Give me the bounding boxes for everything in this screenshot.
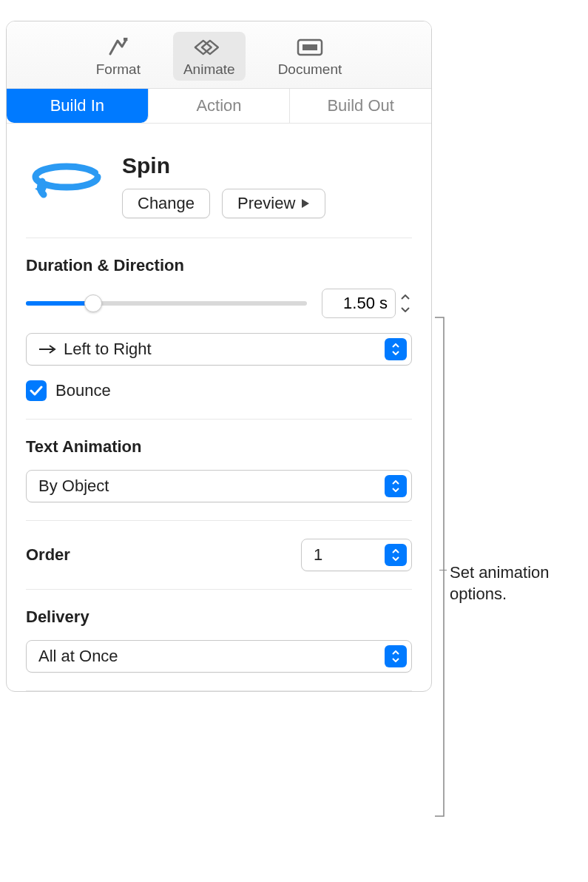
document-toolbar-item[interactable]: Document	[268, 32, 353, 81]
delivery-label: Delivery	[26, 607, 412, 627]
delivery-section: Delivery All at Once	[26, 590, 412, 691]
document-label: Document	[278, 61, 342, 78]
animate-icon	[194, 36, 225, 58]
stepper-up-icon[interactable]	[399, 292, 412, 303]
text-animation-value: By Object	[27, 477, 380, 496]
checkmark-icon	[30, 386, 43, 396]
toolbar: Format Animate Document	[7, 21, 431, 89]
direction-dropdown[interactable]: Left to Right	[26, 333, 412, 366]
inspector-panel: Format Animate Document Build In Action	[6, 21, 432, 692]
preview-label: Preview	[237, 194, 295, 213]
duration-direction-label: Duration & Direction	[26, 256, 412, 275]
duration-stepper	[322, 289, 412, 318]
callout-connector	[439, 570, 447, 570]
text-animation-label: Text Animation	[26, 437, 412, 457]
arrow-right-icon	[38, 344, 56, 354]
dropdown-arrows-icon	[385, 645, 407, 667]
tab-build-in[interactable]: Build In	[7, 89, 149, 123]
order-value: 1	[302, 545, 380, 565]
duration-row	[26, 289, 412, 318]
callout-bracket	[433, 317, 447, 817]
text-animation-section: Text Animation By Object	[26, 420, 412, 521]
stepper-down-icon[interactable]	[399, 303, 412, 315]
direction-value: Left to Right	[64, 340, 152, 359]
effect-info: Spin Change Preview	[122, 153, 412, 218]
spin-icon	[26, 153, 107, 212]
bounce-label: Bounce	[55, 381, 111, 400]
inspector-content: Spin Change Preview Duration & Direction	[7, 124, 431, 691]
order-dropdown[interactable]: 1	[301, 539, 412, 571]
animation-tabs: Build In Action Build Out	[7, 89, 431, 124]
slider-thumb[interactable]	[84, 294, 102, 312]
order-label: Order	[26, 545, 70, 565]
dropdown-arrows-icon	[385, 544, 407, 566]
play-icon	[301, 198, 310, 209]
change-button[interactable]: Change	[122, 189, 210, 218]
order-row: Order 1	[26, 539, 412, 571]
bounce-row: Bounce	[26, 380, 412, 401]
delivery-value: All at Once	[27, 647, 380, 666]
svg-rect-1	[303, 44, 317, 50]
duration-direction-section: Duration & Direction	[26, 238, 412, 420]
format-label: Format	[96, 61, 141, 78]
document-icon	[294, 36, 325, 58]
stepper-arrows	[399, 292, 412, 315]
change-label: Change	[138, 194, 195, 213]
format-icon	[103, 36, 134, 58]
preview-button[interactable]: Preview	[222, 189, 325, 218]
effect-header: Spin Change Preview	[26, 124, 412, 238]
callout-text: Set animation options.	[450, 562, 588, 605]
effect-buttons: Change Preview	[122, 189, 412, 218]
slider-fill	[26, 301, 93, 306]
text-animation-dropdown[interactable]: By Object	[26, 470, 412, 502]
dropdown-arrows-icon	[385, 338, 407, 360]
duration-slider[interactable]	[26, 294, 307, 312]
tab-build-out[interactable]: Build Out	[290, 89, 431, 123]
tab-action[interactable]: Action	[149, 89, 291, 123]
order-section: Order 1	[26, 521, 412, 590]
duration-input[interactable]	[322, 289, 396, 318]
dropdown-arrows-icon	[385, 475, 407, 497]
format-toolbar-item[interactable]: Format	[86, 32, 151, 81]
animate-toolbar-item[interactable]: Animate	[173, 32, 246, 81]
svg-point-2	[36, 166, 98, 187]
direction-text: Left to Right	[27, 340, 380, 359]
animate-label: Animate	[183, 61, 235, 78]
effect-title: Spin	[122, 153, 412, 178]
delivery-dropdown[interactable]: All at Once	[26, 640, 412, 673]
bounce-checkbox[interactable]	[26, 380, 47, 401]
